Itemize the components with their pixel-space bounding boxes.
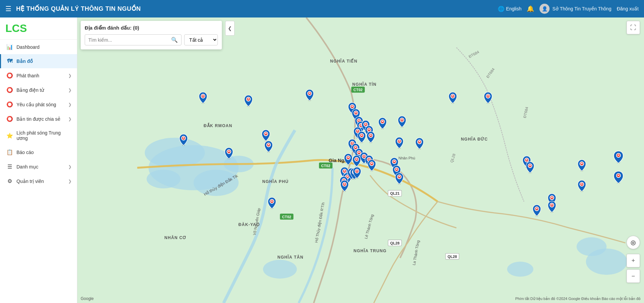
map-panel-controls: 🔍 Tất cả Loại 1 Loại 2 [85,34,218,45]
header-right: 🌐 English 🔔 👤 Sở Thông Tin Truyền Thông … [498,4,639,14]
nav-label-lich-phat-song: Lịch phát sóng Trung ương [16,130,72,141]
nav-arrow-ban-tin-duoc-chia-se: ❯ [68,117,72,121]
nav-label-dashboard: Dashboard [16,44,72,50]
nav-arrow-yeu-cau-phat-song: ❯ [68,102,72,107]
nav-label-bang-dien-tu: Bảng điện tử [16,87,68,93]
marker-cluster-2[interactable] [613,171,624,185]
logo-area: LCS [0,17,77,40]
header-title: HỆ THỐNG QUẢN LÝ THÔNG TIN NGUỒN [16,5,498,12]
sidebar-item-danh-muc[interactable]: ☰ Danh mục ❯ [0,159,77,174]
svg-text:ĐĂK-YAO: ĐĂK-YAO [238,222,260,227]
map-container: Hồ thủy điện Đắk Tik Võ Nguyên G [77,17,644,303]
language-label: English [506,6,522,11]
nav-arrow-danh-muc: ❯ [68,164,72,169]
svg-text:QL28: QL28 [448,255,457,259]
svg-point-9 [507,262,533,277]
search-icon[interactable]: 🔍 [171,37,178,43]
svg-point-4 [147,169,180,188]
svg-text:CT02: CT02 [354,88,363,92]
search-box: 🔍 [85,34,182,45]
nav-icon-yeu-cau-phat-song: ⭕ [6,101,13,108]
nav-icon-lich-phat-song: ⭐ [6,132,13,139]
map-footer: Phím tắt Dữ liệu bản đồ ©2024 Google Điề… [515,297,641,301]
bell-icon[interactable]: 🔔 [527,5,534,12]
svg-text:CT02: CT02 [321,164,330,168]
svg-text:NGHĨA ĐỨC: NGHĨA ĐỨC [461,137,488,142]
map-zoom-controls: + − [627,254,640,283]
sidebar-item-yeu-cau-phat-song[interactable]: ⭕ Yêu cầu phát sóng ❯ [0,97,77,112]
map-panel: Địa điểm đánh dấu: (0) 🔍 Tất cả Loại 1 L… [81,21,222,49]
main-layout: LCS 📊 Dashboard 🗺 Bản đồ ⭕ Phát thanh ❯ … [0,17,644,303]
svg-text:NGHĨA TRUNG: NGHĨA TRUNG [354,248,387,253]
fullscreen-icon: ⛶ [630,24,636,31]
chevron-left-icon: ❮ [228,26,232,31]
nav-label-yeu-cau-phat-song: Yêu cầu phát sóng [16,102,68,107]
nav-list: 📊 Dashboard 🗺 Bản đồ ⭕ Phát thanh ❯ ⭕ Bả… [0,40,77,188]
globe-icon: 🌐 [498,6,505,12]
nav-icon-quan-tri-vien: ⚙ [6,178,13,184]
user-menu[interactable]: 👤 Sở Thông Tin Truyền Thông [539,4,611,14]
svg-text:NGHĨA PHÚ: NGHĨA PHÚ [262,179,288,184]
nav-icon-danh-muc: ☰ [6,163,13,170]
nav-icon-phat-thanh: ⭕ [6,72,13,79]
logout-button[interactable]: Đăng xuất [617,6,639,11]
svg-text:NGHĨA TÍN: NGHĨA TÍN [352,82,376,87]
location-button[interactable]: ◎ [627,236,640,249]
svg-point-2 [145,138,205,167]
svg-point-3 [194,169,239,196]
panel-collapse-button[interactable]: ❮ [225,21,235,36]
fullscreen-button[interactable]: ⛶ [627,21,640,34]
nav-arrow-quan-tri-vien: ❯ [68,179,72,184]
sidebar: LCS 📊 Dashboard 🗺 Bản đồ ⭕ Phát thanh ❯ … [0,17,77,303]
map-panel-title: Địa điểm đánh dấu: (0) [85,25,218,31]
avatar: 👤 [539,4,550,14]
zoom-out-button[interactable]: − [627,269,640,283]
svg-text:NGHĨA TIẾN: NGHĨA TIẾN [330,58,357,64]
language-selector[interactable]: 🌐 English [498,6,522,12]
nav-label-ban-do: Bản đồ [16,59,72,64]
svg-text:NGHĨA TÂN: NGHĨA TÂN [277,255,304,260]
zoom-in-button[interactable]: + [627,254,640,267]
svg-text:QL21: QL21 [390,191,400,195]
sidebar-item-bang-dien-tu[interactable]: ⭕ Bảng điện tử ❯ [0,83,77,97]
sidebar-item-lich-phat-song[interactable]: ⭐ Lịch phát sóng Trung ương [0,126,77,145]
svg-text:CT02: CT02 [282,215,291,219]
svg-text:QL28: QL28 [390,241,400,245]
nav-label-ban-tin-duoc-chia-se: Bản tin được chia sẻ [16,116,68,122]
nav-icon-ban-do: 🗺 [6,58,13,64]
nav-icon-bang-dien-tu: ⭕ [6,87,13,93]
svg-point-8 [263,260,297,279]
nav-label-quan-tri-vien: Quản trị viên [16,179,68,184]
nav-icon-ban-tin-duoc-chia-se: ⭕ [6,116,13,122]
menu-icon[interactable]: ☰ [5,5,11,13]
location-icon: ◎ [631,239,636,246]
svg-text:NHÂN CƠ: NHÂN CƠ [164,235,187,240]
user-name-label: Sở Thông Tin Truyền Thông [552,6,611,11]
nav-icon-dashboard: 📊 [6,44,13,50]
header: ☰ HỆ THỐNG QUẢN LÝ THÔNG TIN NGUỒN 🌐 Eng… [0,0,644,17]
svg-text:ĐẮK RMOAN: ĐẮK RMOAN [204,122,233,128]
filter-select[interactable]: Tất cả Loại 1 Loại 2 [184,34,218,45]
nav-label-danh-muc: Danh mục [16,164,68,169]
search-input[interactable] [88,37,171,43]
map-background: Hồ thủy điện Đắk Tik Võ Nguyên G [77,17,644,303]
nav-arrow-bang-dien-tu: ❯ [68,88,72,92]
sidebar-item-bao-cao[interactable]: 📋 Báo cáo [0,145,77,159]
nav-label-bao-cao: Báo cáo [16,150,72,155]
logo: LCS [5,22,27,35]
svg-text:Gia Nghĩa: Gia Nghĩa [329,158,352,163]
sidebar-item-dashboard[interactable]: 📊 Dashboard [0,40,77,54]
nav-icon-bao-cao: 📋 [6,149,13,155]
sidebar-item-quan-tri-vien[interactable]: ⚙ Quản trị viên ❯ [0,174,77,188]
svg-point-7 [576,237,606,256]
sidebar-item-ban-do[interactable]: 🗺 Bản đồ [0,54,77,68]
nav-label-phat-thanh: Phát thanh [16,73,68,78]
marker-cluster-1[interactable] [613,150,624,165]
nav-arrow-phat-thanh: ❯ [68,73,72,78]
google-label: Google [81,296,94,301]
sidebar-item-ban-tin-duoc-chia-se[interactable]: ⭕ Bản tin được chia sẻ ❯ [0,112,77,126]
sidebar-item-phat-thanh[interactable]: ⭕ Phát thanh ❯ [0,68,77,83]
google-logo: Google [81,296,94,301]
svg-text:Nhân Phú: Nhân Phú [399,156,415,160]
